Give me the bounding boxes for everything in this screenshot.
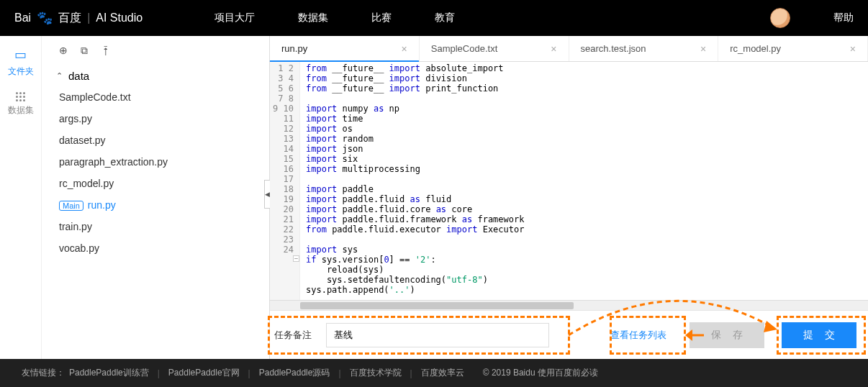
footer-link-1[interactable]: PaddlePaddle官网: [168, 367, 240, 379]
tab-run[interactable]: run.py×: [270, 36, 420, 61]
folder-data[interactable]: ⌃ data: [56, 65, 255, 86]
logo-text-bai: Bai: [14, 12, 31, 24]
footer-link-0[interactable]: PaddlePaddle训练营: [69, 367, 149, 379]
footer-link-2[interactable]: PaddlePaddle源码: [259, 367, 330, 379]
file-train[interactable]: train.py: [56, 216, 255, 237]
top-header: Bai🐾百度 | AI Studio 项目大厅 数据集 比赛 教育 帮助: [0, 0, 868, 36]
new-folder-icon[interactable]: ⧉: [81, 45, 88, 57]
nav-datasets[interactable]: 数据集: [298, 12, 328, 24]
sidebar-toolbar: ⊕ ⧉ ⭱: [56, 45, 255, 57]
save-button[interactable]: 保 存: [690, 322, 764, 348]
code-editor[interactable]: 1 2 3 4 5 6 7 8 9 10 11 12 13 14 15 16 1…: [270, 62, 868, 300]
left-rail: ▭ 文件夹 数据集: [0, 36, 42, 359]
task-note-label: 任务备注: [274, 329, 312, 342]
paw-icon: 🐾: [37, 10, 53, 26]
nav-education[interactable]: 教育: [435, 12, 455, 24]
file-run-active[interactable]: Mainrun.py: [56, 194, 255, 216]
close-icon[interactable]: ×: [700, 43, 706, 55]
grid-icon: [16, 92, 25, 101]
file-args[interactable]: args.py: [56, 108, 255, 129]
code-content[interactable]: from __future__ import absolute_import f…: [300, 62, 530, 300]
rail-dataset[interactable]: 数据集: [8, 92, 34, 117]
task-note-input[interactable]: [326, 323, 549, 347]
logo-studio: AI Studio: [96, 12, 143, 24]
main-nav: 项目大厅 数据集 比赛 教育: [214, 12, 455, 24]
main-badge: Main: [59, 201, 83, 211]
user-avatar[interactable]: [770, 8, 790, 28]
close-icon[interactable]: ×: [551, 43, 556, 55]
horizontal-scrollbar[interactable]: [270, 300, 868, 310]
chevron-down-icon: ⌃: [56, 71, 63, 81]
footer-copyright: © 2019 Baidu 使用百度前必读: [483, 367, 598, 379]
nav-projects[interactable]: 项目大厅: [214, 12, 255, 24]
view-task-list-link[interactable]: 查看任务列表: [610, 329, 666, 342]
scrollbar-thumb[interactable]: [300, 302, 574, 309]
footer-link-4[interactable]: 百度效率云: [421, 367, 464, 379]
editor-area: ◀ run.py× SampleCode.txt× search.test.js…: [269, 36, 868, 359]
file-rcmodel[interactable]: rc_model.py: [56, 173, 255, 194]
footer-label: 友情链接：: [22, 367, 65, 379]
task-bar: 任务备注 查看任务列表 保 存 提 交: [270, 310, 868, 359]
logo-text-du: 百度: [58, 11, 81, 26]
folder-icon: ▭: [14, 47, 27, 63]
submit-button[interactable]: 提 交: [782, 322, 856, 348]
nav-competition[interactable]: 比赛: [371, 12, 392, 24]
collapse-handle[interactable]: ◀: [264, 180, 270, 209]
footer: 友情链接： PaddlePaddle训练营| PaddlePaddle官网| P…: [0, 359, 868, 387]
editor-tabs: run.py× SampleCode.txt× search.test.json…: [270, 36, 868, 62]
tab-samplecode[interactable]: SampleCode.txt×: [420, 36, 569, 61]
fold-marker[interactable]: −: [293, 255, 299, 262]
file-paragraph[interactable]: paragraph_extraction.py: [56, 151, 255, 173]
file-sidebar: ⊕ ⧉ ⭱ ⌃ data SampleCode.txt args.py data…: [42, 36, 269, 359]
help-link[interactable]: 帮助: [833, 12, 854, 24]
tab-searchjson[interactable]: search.test.json×: [569, 36, 719, 61]
file-vocab[interactable]: vocab.py: [56, 237, 255, 259]
file-samplecode[interactable]: SampleCode.txt: [56, 86, 255, 108]
new-file-icon[interactable]: ⊕: [59, 45, 68, 57]
close-icon[interactable]: ×: [402, 43, 407, 55]
footer-link-3[interactable]: 百度技术学院: [350, 367, 402, 379]
line-gutter: 1 2 3 4 5 6 7 8 9 10 11 12 13 14 15 16 1…: [270, 62, 300, 300]
logo[interactable]: Bai🐾百度 | AI Studio: [14, 10, 143, 26]
close-icon[interactable]: ×: [850, 43, 856, 55]
upload-icon[interactable]: ⭱: [101, 45, 111, 57]
tab-rcmodel[interactable]: rc_model.py×: [718, 36, 868, 61]
rail-files[interactable]: ▭ 文件夹: [8, 47, 34, 78]
file-dataset[interactable]: dataset.py: [56, 129, 255, 151]
